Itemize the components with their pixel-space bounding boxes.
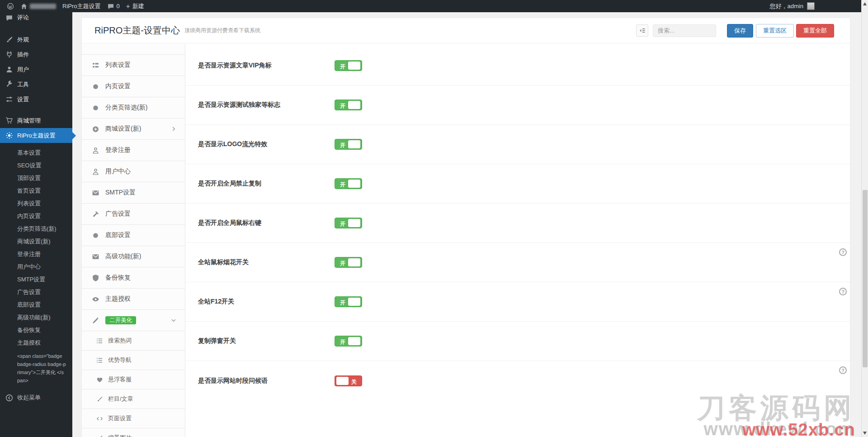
toggle-knob bbox=[348, 337, 360, 345]
nav-item-smtp[interactable]: SMTP设置 bbox=[82, 182, 185, 204]
submenu-item[interactable]: 底部设置 bbox=[0, 299, 72, 311]
nav-item-inner-page[interactable]: 内页设置 bbox=[82, 76, 185, 97]
reset-all-button[interactable]: 重置全部 bbox=[796, 24, 834, 38]
scrollbar-thumb[interactable] bbox=[863, 190, 868, 367]
sidebar-item-settings[interactable]: 设置 bbox=[0, 92, 72, 107]
submenu-item[interactable]: 商城设置(新) bbox=[0, 235, 72, 248]
sidebar-item-shop-manage[interactable]: 商城管理 bbox=[0, 113, 72, 128]
brush-icon bbox=[96, 435, 103, 437]
help-icon[interactable]: ? bbox=[839, 288, 847, 295]
appearance-brush-icon bbox=[5, 36, 13, 43]
user-icon bbox=[92, 168, 99, 176]
ripro-submenu: 基本设置 SEO设置 顶部设置 首页设置 列表设置 内页设置 分类页筛选(新) … bbox=[0, 143, 72, 387]
nav-item-ads[interactable]: 广告设置 bbox=[82, 204, 185, 225]
setting-row: 是否显示资源测试独家等标志 开 bbox=[185, 86, 850, 125]
nav-item-shop-settings[interactable]: 商城设置(新) bbox=[82, 119, 185, 140]
admin-bar-page-title[interactable]: RiPro主题设置 bbox=[59, 0, 104, 12]
toggle-greeting-message[interactable]: 关 bbox=[335, 375, 362, 386]
toggle-sidebar-icon bbox=[639, 27, 646, 34]
gear-icon bbox=[5, 132, 13, 139]
toggle-right-click[interactable]: 开 bbox=[335, 218, 362, 228]
submenu-item[interactable]: 首页设置 bbox=[0, 185, 72, 197]
toggle-knob bbox=[348, 298, 360, 306]
nav-subitem-float-service[interactable]: 悬浮客服 bbox=[82, 370, 185, 390]
mail-icon bbox=[92, 189, 99, 197]
setting-row: 是否开启全局鼠标右键 开 bbox=[185, 204, 850, 243]
nav-item-list-settings[interactable]: 列表设置 bbox=[82, 55, 185, 76]
toggle-disable-copy[interactable]: 开 bbox=[335, 178, 362, 189]
new-content-button[interactable]: + 新建 bbox=[123, 0, 147, 12]
site-home-link[interactable] bbox=[17, 0, 59, 12]
submenu-item[interactable]: 备份恢复 bbox=[0, 324, 72, 337]
submenu-item[interactable]: SMTP设置 bbox=[0, 273, 72, 286]
nav-item-footer[interactable]: 底部设置 bbox=[82, 225, 185, 246]
theme-settings-panel: RiPRO主题-设置中心 顶级商用资源付费查看下载系统 保存 重置选区 重置全部… bbox=[82, 18, 850, 437]
submenu-item-raw-html-text[interactable]: <span class="badge badge-radius badge-pr… bbox=[0, 349, 72, 387]
search-input[interactable] bbox=[653, 24, 716, 37]
toggle-knob bbox=[348, 219, 360, 227]
user-icon bbox=[92, 147, 99, 154]
comments-link[interactable]: 0 bbox=[104, 0, 123, 12]
submenu-item[interactable]: 广告设置 bbox=[0, 286, 72, 299]
collapse-menu-button[interactable]: 收起菜单 bbox=[0, 391, 72, 404]
submenu-item[interactable]: SEO设置 bbox=[0, 159, 72, 172]
nav-item-user-center[interactable]: 用户中心 bbox=[82, 161, 185, 182]
toggle-resource-marks[interactable]: 开 bbox=[335, 100, 362, 110]
nav-subitem-hot-search[interactable]: 搜索热词 bbox=[82, 331, 185, 351]
toggle-logo-glow[interactable]: 开 bbox=[335, 139, 362, 150]
nav-subitem-background-image[interactable]: 背景图片 bbox=[82, 428, 185, 437]
greeting-account-link[interactable]: 您好，admin bbox=[770, 2, 803, 10]
toggle-nav-button[interactable] bbox=[636, 24, 648, 37]
toggle-vip-corner[interactable]: 开 bbox=[335, 60, 362, 71]
sidebar-item-plugins[interactable]: 插件 bbox=[0, 47, 72, 62]
submenu-item[interactable]: 内页设置 bbox=[0, 210, 72, 223]
reset-selection-button[interactable]: 重置选区 bbox=[756, 24, 794, 38]
wordpress-logo-icon[interactable] bbox=[4, 0, 17, 12]
help-icon[interactable]: ? bbox=[839, 366, 847, 374]
setting-row: 是否开启全局禁止复制 开 bbox=[185, 164, 850, 204]
admin-bar: RiPro主题设置 0 + 新建 您好，admin bbox=[0, 0, 868, 12]
toggle-mouse-fireworks[interactable]: 开 bbox=[335, 257, 362, 268]
sidebar-item-ripro-settings[interactable]: RiPro主题设置 bbox=[0, 128, 72, 143]
sidebar-item-comments[interactable]: 评论 bbox=[0, 12, 72, 23]
collapse-arrow-icon bbox=[5, 394, 13, 402]
submenu-item[interactable]: 用户中心 bbox=[0, 261, 72, 273]
submenu-item[interactable]: 基本设置 bbox=[0, 147, 72, 159]
nav-subitem-page-settings[interactable]: 页面设置 bbox=[82, 409, 185, 428]
nav-item-category-filter[interactable]: 分类页筛选(新) bbox=[82, 97, 185, 119]
sidebar-item-appearance[interactable]: 外观 bbox=[0, 32, 72, 47]
nav-subitem-advantage-nav[interactable]: 优势导航 bbox=[82, 351, 185, 370]
nav-item-clipped bbox=[82, 44, 185, 55]
toggle-copy-popup[interactable]: 开 bbox=[335, 336, 362, 347]
nav-item-license[interactable]: 主题授权 bbox=[82, 289, 185, 310]
nav-item-backup[interactable]: 备份恢复 bbox=[82, 267, 185, 289]
browser-scrollbar[interactable] bbox=[861, 0, 868, 437]
submenu-item[interactable]: 分类页筛选(新) bbox=[0, 223, 72, 235]
wp-admin-sidebar: 评论 外观 插件 用户 工具 设置 商城管理 RiPro主题设置 基本设置 SE… bbox=[0, 12, 72, 437]
brush-icon bbox=[96, 396, 103, 403]
page-subtitle: 顶级商用资源付费查看下载系统 bbox=[184, 27, 260, 34]
nav-subitem-column-article[interactable]: 栏目/文章 bbox=[82, 390, 185, 409]
sidebar-item-users[interactable]: 用户 bbox=[0, 62, 72, 77]
scroll-down-arrow-icon[interactable] bbox=[863, 432, 867, 435]
nav-item-advanced[interactable]: 高级功能(新) bbox=[82, 246, 185, 267]
comment-icon bbox=[5, 14, 13, 22]
setting-row: 是否显示网站时段问候语 关 ? bbox=[185, 361, 850, 400]
save-button[interactable]: 保存 bbox=[727, 24, 753, 38]
code-icon bbox=[96, 415, 103, 422]
submenu-item[interactable]: 主题授权 bbox=[0, 337, 72, 349]
submenu-item[interactable]: 列表设置 bbox=[0, 197, 72, 210]
list-grid-icon bbox=[92, 62, 99, 69]
help-icon[interactable]: ? bbox=[839, 248, 847, 256]
circle-icon bbox=[92, 104, 99, 112]
submenu-item[interactable]: 顶部设置 bbox=[0, 172, 72, 185]
sidebar-item-tools[interactable]: 工具 bbox=[0, 77, 72, 92]
scroll-up-arrow-icon[interactable] bbox=[863, 2, 867, 5]
nav-item-login-register[interactable]: 登录注册 bbox=[82, 140, 185, 161]
toggle-f12[interactable]: 开 bbox=[335, 296, 362, 307]
submenu-item[interactable]: 高级功能(新) bbox=[0, 311, 72, 324]
submenu-item[interactable]: 登录注册 bbox=[0, 248, 72, 261]
nav-item-beautify[interactable]: 二开美化 bbox=[82, 310, 185, 331]
setting-row: 全站鼠标烟花开关 开 ? bbox=[185, 243, 850, 282]
circle-icon bbox=[92, 232, 99, 239]
